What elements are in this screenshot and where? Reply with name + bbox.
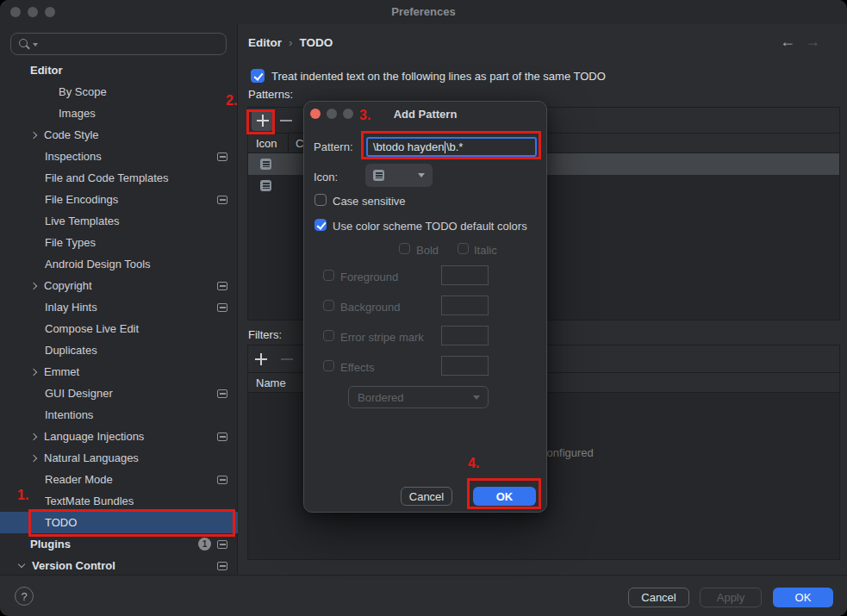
add-pattern-button[interactable]: [252, 110, 273, 131]
color-swatch: [441, 296, 489, 315]
shared-settings-icon: [217, 476, 227, 484]
ok-button[interactable]: OK: [773, 588, 833, 607]
sidebar-item-gui-designer[interactable]: GUI Designer: [0, 383, 238, 404]
dialog-ok-button[interactable]: OK: [473, 487, 536, 506]
patterns-title: Patterns:: [248, 88, 293, 101]
breadcrumb-editor[interactable]: Editor: [248, 36, 282, 49]
icon-dropdown[interactable]: [365, 164, 433, 187]
bold-label: Bold: [416, 244, 439, 257]
shared-settings-icon: [217, 303, 227, 312]
chevron-right-icon[interactable]: [30, 131, 37, 138]
column-header-icon[interactable]: Icon: [248, 137, 288, 150]
use-default-colors-checkbox[interactable]: [315, 219, 327, 231]
sidebar-item-natural-languages[interactable]: Natural Languages: [0, 447, 238, 469]
chevron-right-icon[interactable]: [30, 454, 37, 461]
chevron-right-icon[interactable]: [30, 368, 37, 375]
sidebar-item-file-types[interactable]: File Types: [0, 232, 238, 253]
cancel-button[interactable]: Cancel: [628, 588, 689, 607]
settings-sidebar: Editor By Scope Images Code Style Inspec…: [0, 24, 238, 575]
sidebar-item-inlay-hints[interactable]: Inlay Hints: [0, 296, 238, 318]
sidebar-item-version-control[interactable]: Version Control: [0, 555, 238, 576]
italic-checkbox: [458, 243, 469, 254]
sidebar-item-by-scope[interactable]: By Scope: [0, 81, 238, 103]
effects-label: Effects: [340, 361, 375, 374]
help-button[interactable]: ?: [15, 587, 34, 606]
settings-tree: Editor By Scope Images Code Style Inspec…: [0, 59, 238, 576]
sidebar-item-intentions[interactable]: Intentions: [0, 404, 238, 426]
apply-button: Apply: [700, 588, 762, 607]
todo-pattern-icon: [260, 180, 271, 191]
remove-filter-button: [281, 353, 293, 365]
column-header-name[interactable]: Name: [248, 376, 286, 389]
sidebar-item-plugins[interactable]: Plugins1: [0, 533, 238, 555]
error-stripe-row: Error stripe mark: [304, 326, 546, 346]
background-label: Background: [340, 301, 400, 314]
error-stripe-label: Error stripe mark: [340, 331, 424, 344]
sidebar-item-code-style[interactable]: Code Style: [0, 124, 238, 146]
search-icon: [19, 39, 28, 47]
sidebar-item-live-templates[interactable]: Live Templates: [0, 210, 238, 232]
column-header-case[interactable]: C: [288, 134, 303, 152]
icon-field-label: Icon:: [314, 171, 338, 184]
effects-row: Effects: [304, 356, 546, 376]
sidebar-item-android-design-tools[interactable]: Android Design Tools: [0, 253, 238, 275]
shared-settings-icon: [217, 282, 227, 290]
shared-settings-icon: [217, 562, 227, 570]
sidebar-item-images[interactable]: Images: [0, 103, 238, 124]
back-arrow-icon[interactable]: ←: [780, 33, 795, 50]
preferences-window: Preferences Editor By Scope Images Code …: [0, 0, 847, 616]
sidebar-item-emmet[interactable]: Emmet: [0, 361, 238, 383]
sidebar-item-editor[interactable]: Editor: [0, 59, 238, 81]
minus-icon: [281, 353, 293, 365]
add-pattern-dialog: Add Pattern Pattern: \btodo hayden\b.* I…: [303, 101, 547, 513]
background-checkbox: [323, 300, 334, 311]
case-sensitive-checkbox[interactable]: [315, 194, 327, 206]
sidebar-item-reader-mode[interactable]: Reader Mode: [0, 469, 238, 490]
sidebar-item-file-and-code-templates[interactable]: File and Code Templates: [0, 167, 238, 189]
color-swatch: [441, 356, 489, 376]
sidebar-item-file-encodings[interactable]: File Encodings: [0, 189, 238, 210]
shared-settings-icon: [217, 152, 227, 161]
treat-indented-checkbox[interactable]: [251, 69, 265, 83]
effects-type-dropdown: Bordered: [348, 386, 489, 408]
add-filter-button[interactable]: [255, 353, 267, 365]
chevron-down-icon[interactable]: [18, 561, 25, 568]
shared-settings-icon: [217, 196, 227, 204]
breadcrumb: Editor › TODO: [248, 36, 333, 49]
dialog-cancel-button[interactable]: Cancel: [401, 487, 452, 506]
chevron-right-icon[interactable]: [30, 432, 37, 439]
chevron-right-icon[interactable]: [30, 282, 37, 289]
plus-icon: [257, 115, 269, 127]
plus-icon: [255, 353, 267, 365]
shared-settings-icon: [217, 432, 227, 441]
case-sensitive-label: Case sensitive: [333, 195, 406, 208]
treat-indented-checkbox-row: Treat indented text on the following lin…: [251, 69, 606, 83]
foreground-label: Foreground: [340, 271, 398, 283]
shared-settings-icon: [217, 540, 227, 549]
error-stripe-checkbox: [323, 330, 334, 341]
shared-settings-icon: [217, 389, 227, 398]
bold-checkbox: [399, 243, 410, 254]
pattern-input[interactable]: \btodo hayden\b.*: [366, 137, 537, 157]
window-title: Preferences: [0, 5, 847, 18]
sidebar-item-textmate-bundles[interactable]: TextMate Bundles: [0, 490, 238, 512]
search-options-chevron-icon[interactable]: [33, 43, 38, 47]
color-swatch: [441, 265, 489, 285]
dialog-title: Add Pattern: [304, 108, 546, 121]
footer-bar: ? Cancel Apply OK: [0, 575, 847, 616]
sidebar-item-duplicates[interactable]: Duplicates: [0, 339, 238, 361]
sidebar-item-inspections[interactable]: Inspections: [0, 146, 238, 167]
breadcrumb-todo: TODO: [300, 36, 333, 49]
sidebar-item-todo[interactable]: TODO: [0, 512, 238, 533]
dropdown-arrow-icon: [473, 395, 480, 400]
effects-checkbox: [323, 360, 334, 371]
sidebar-item-copyright[interactable]: Copyright: [0, 275, 238, 296]
search-input[interactable]: [10, 33, 227, 55]
use-default-colors-label: Use color scheme TODO default colors: [333, 220, 527, 233]
forward-arrow-icon: →: [805, 33, 820, 50]
dropdown-arrow-icon: [418, 173, 425, 177]
sidebar-item-compose-live-edit[interactable]: Compose Live Edit: [0, 318, 238, 339]
remove-pattern-button[interactable]: [280, 115, 292, 127]
sidebar-item-language-injections[interactable]: Language Injections: [0, 426, 238, 447]
todo-pattern-icon: [260, 159, 271, 170]
